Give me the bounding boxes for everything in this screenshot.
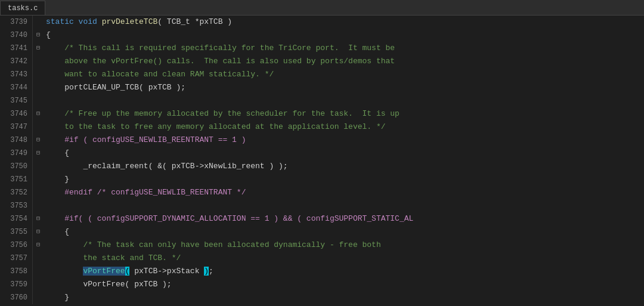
code-content: [44, 94, 644, 107]
code-line: 3760 }: [0, 291, 644, 304]
code-line: 3749⊟ {: [0, 147, 644, 160]
code-content: }: [44, 291, 644, 304]
code-text: portCLEAN_UP_TCB( pxTCB );: [46, 83, 185, 92]
fold-indicator[interactable]: ⊟: [33, 212, 44, 225]
code-text: prvDeleteTCB: [102, 17, 158, 26]
line-number: 3752: [0, 186, 33, 199]
code-content: vPortFree( pxTCB );: [44, 278, 644, 291]
code-content: #if( ( configSUPPORT_DYNAMIC_ALLOCATION …: [44, 212, 644, 225]
fold-indicator[interactable]: ⊟: [33, 107, 44, 120]
code-content: #if ( configUSE_NEWLIB_REENTRANT == 1 ): [44, 134, 644, 147]
code-text: #endif /* configUSE_NEWLIB_REENTRANT */: [46, 188, 246, 197]
code-line: 3754⊟ #if( ( configSUPPORT_DYNAMIC_ALLOC…: [0, 212, 644, 225]
code-text: }: [46, 293, 69, 302]
code-line: 3740⊟{: [0, 29, 644, 42]
code-text: {: [46, 149, 69, 157]
code-line: 3752 #endif /* configUSE_NEWLIB_REENTRAN…: [0, 186, 644, 199]
fold-indicator: [33, 252, 44, 265]
code-line: 3757 the stack and TCB. */: [0, 252, 644, 265]
code-text: static void: [46, 17, 102, 26]
fold-indicator[interactable]: ⊟: [33, 134, 44, 147]
code-text: {: [46, 30, 51, 39]
code-text: ;: [209, 267, 213, 276]
tab-label: tasks.c: [8, 4, 38, 13]
line-number: 3743: [0, 68, 33, 81]
fold-indicator: [33, 173, 44, 186]
fold-indicator[interactable]: ⊟: [33, 239, 44, 252]
code-content: {: [44, 225, 644, 239]
code-content: want to allocate and clean RAM staticall…: [44, 68, 644, 81]
fold-indicator: [33, 94, 44, 107]
line-number: 3750: [0, 160, 33, 173]
line-number: 3741: [0, 42, 33, 55]
fold-indicator: [33, 55, 44, 68]
fold-indicator: [33, 16, 44, 29]
line-number: 3746: [0, 107, 33, 120]
code-content: /* This call is required specifically fo…: [44, 42, 644, 55]
code-line: 3750 _reclaim_reent( &( pxTCB->xNewLib_r…: [0, 160, 644, 173]
code-line: 3742 above the vPortFree() calls. The ca…: [0, 55, 644, 68]
fold-indicator: [33, 186, 44, 199]
line-number: 3749: [0, 147, 33, 160]
highlighted-paren-close: ): [204, 267, 209, 276]
line-number: 3739: [0, 16, 33, 29]
code-text: #if ( configUSE_NEWLIB_REENTRANT == 1 ): [46, 135, 246, 144]
code-content: {: [44, 29, 644, 42]
line-number: 3742: [0, 55, 33, 68]
code-line: 3751 }: [0, 173, 644, 186]
line-number: 3760: [0, 291, 33, 304]
code-content: [44, 199, 644, 212]
code-content: to the task to free any memory allocated…: [44, 120, 644, 134]
line-number: 3758: [0, 265, 33, 278]
code-line: 3746⊟ /* Free up the memory allocated by…: [0, 107, 644, 120]
line-number: 3748: [0, 134, 33, 147]
fold-indicator: [33, 199, 44, 212]
code-text: _reclaim_reent( &( pxTCB->xNewLib_reent …: [46, 162, 288, 171]
fold-indicator: [33, 265, 44, 278]
line-number: 3745: [0, 94, 33, 107]
code-content: static void prvDeleteTCB( TCB_t *pxTCB ): [44, 16, 644, 29]
code-container: 3739static void prvDeleteTCB( TCB_t *pxT…: [0, 16, 644, 306]
code-content: /* The task can only have been allocated…: [44, 239, 644, 252]
fold-indicator: [33, 68, 44, 81]
code-text: want to allocate and clean RAM staticall…: [46, 70, 274, 79]
code-text: to the task to free any memory allocated…: [46, 122, 386, 131]
fold-indicator: [33, 120, 44, 134]
code-content: {: [44, 147, 644, 160]
code-line: 3755⊟ {: [0, 225, 644, 239]
fold-indicator[interactable]: ⊟: [33, 42, 44, 55]
code-text: ( TCB_t *pxTCB ): [157, 17, 232, 26]
code-line: 3748⊟ #if ( configUSE_NEWLIB_REENTRANT =…: [0, 134, 644, 147]
fold-indicator[interactable]: ⊟: [33, 29, 44, 42]
code-text: the stack and TCB. */: [46, 254, 181, 262]
code-text: /* The task can only have been allocated…: [46, 240, 381, 249]
code-text: /* This call is required specifically fo…: [46, 44, 395, 52]
line-number: 3759: [0, 278, 33, 291]
code-content: }: [44, 173, 644, 186]
fold-indicator[interactable]: ⊟: [33, 225, 44, 239]
fold-indicator[interactable]: ⊟: [33, 147, 44, 160]
code-line: 3759 vPortFree( pxTCB );: [0, 278, 644, 291]
line-number: 3755: [0, 225, 33, 239]
line-number: 3744: [0, 81, 33, 94]
code-content: portCLEAN_UP_TCB( pxTCB );: [44, 81, 644, 94]
fold-indicator: [33, 291, 44, 304]
code-content: _reclaim_reent( &( pxTCB->xNewLib_reent …: [44, 160, 644, 173]
tab-bar: tasks.c: [0, 0, 644, 16]
code-line: 3758 vPortFree( pxTCB->pxStack );: [0, 265, 644, 278]
line-number: 3740: [0, 29, 33, 42]
code-content: /* Free up the memory allocated by the s…: [44, 107, 644, 120]
fold-indicator: [33, 278, 44, 291]
code-line: 3739static void prvDeleteTCB( TCB_t *pxT…: [0, 16, 644, 29]
code-text: }: [46, 175, 69, 184]
code-line: 3743 want to allocate and clean RAM stat…: [0, 68, 644, 81]
line-number: 3751: [0, 173, 33, 186]
line-number: 3747: [0, 120, 33, 134]
code-line: 3744 portCLEAN_UP_TCB( pxTCB );: [0, 81, 644, 94]
code-text: #if( ( configSUPPORT_DYNAMIC_ALLOCATION …: [46, 214, 413, 223]
code-content: the stack and TCB. */: [44, 252, 644, 265]
tab-tasks-c[interactable]: tasks.c: [0, 1, 45, 15]
code-line: 3753: [0, 199, 644, 212]
code-text: {: [46, 227, 69, 236]
code-text: vPortFree( pxTCB );: [46, 280, 172, 289]
